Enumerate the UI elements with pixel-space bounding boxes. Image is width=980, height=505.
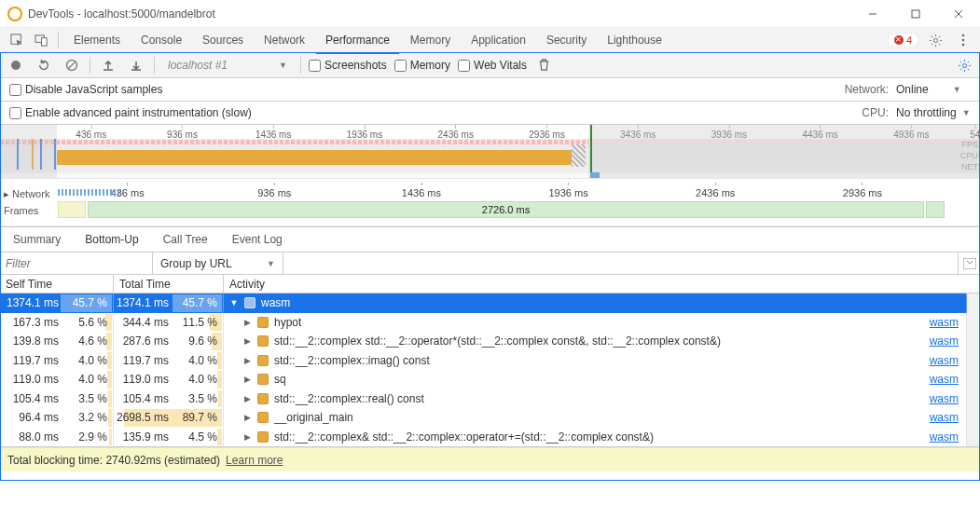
activity-name: std::__2::complex::imag() const [274, 354, 924, 367]
source-link[interactable]: wasm [930, 316, 966, 329]
tab-application[interactable]: Application [462, 28, 535, 52]
table-row[interactable]: 96.4 ms3.2 %2698.5 ms89.7 %▶__original_m… [0, 408, 967, 428]
inspect-icon[interactable] [6, 29, 28, 51]
subtab-event-log[interactable]: Event Log [227, 226, 288, 252]
overview-ruler: 436 ms936 ms1436 ms1936 ms2436 ms2936 ms… [0, 125, 980, 139]
svg-point-14 [962, 63, 966, 67]
disclosure-triangle-icon[interactable]: ▶ [242, 336, 252, 346]
settings-gear-icon[interactable] [924, 29, 946, 51]
table-row[interactable]: 119.0 ms4.0 %119.0 ms4.0 %▶sqwasm [0, 370, 967, 389]
disclosure-triangle-icon[interactable]: ▶ [242, 318, 252, 327]
disclosure-triangle-icon[interactable]: ▶ [242, 432, 252, 442]
col-self-time[interactable]: Self Time [0, 275, 114, 293]
subtab-call-tree[interactable]: Call Tree [158, 226, 214, 252]
overview-strip[interactable]: 436 ms936 ms1436 ms1936 ms2436 ms2936 ms… [0, 125, 980, 179]
capture-settings-gear-icon[interactable] [954, 55, 974, 75]
device-toggle-icon[interactable] [30, 29, 52, 51]
table-row[interactable]: 1374.1 ms45.7 %1374.1 ms45.7 %▼wasm [0, 293, 967, 313]
table-row[interactable]: 88.0 ms2.9 %135.9 ms4.5 %▶std::__2::comp… [0, 428, 967, 447]
svg-rect-1 [912, 10, 919, 18]
timeline-tick: 1936 ms [548, 183, 587, 198]
tab-console[interactable]: Console [131, 28, 191, 52]
tab-security[interactable]: Security [537, 28, 596, 52]
table-row[interactable]: 119.7 ms4.0 %119.7 ms4.0 %▶std::__2::com… [0, 351, 967, 371]
activity-name: sq [274, 373, 924, 386]
svg-point-9 [962, 39, 965, 42]
timeline-tick: 2936 ms [843, 183, 882, 198]
disclosure-triangle-icon[interactable]: ▶ [242, 394, 252, 403]
separator [58, 32, 59, 48]
col-total-time[interactable]: Total Time [114, 275, 224, 293]
network-lane-label[interactable]: ▸ Network [4, 188, 49, 200]
tab-lighthouse[interactable]: Lighthouse [598, 28, 671, 52]
overview-tick: 4936 ms [893, 125, 929, 140]
category-swatch-icon [257, 374, 269, 385]
network-throttle-select[interactable]: Online▼ [896, 83, 971, 96]
tab-sources[interactable]: Sources [193, 28, 253, 52]
memory-checkbox[interactable]: Memory [394, 59, 450, 72]
frame-block[interactable] [926, 201, 945, 218]
disclosure-triangle-icon[interactable]: ▶ [242, 375, 252, 384]
category-swatch-icon [257, 412, 269, 423]
filter-input[interactable] [0, 252, 153, 274]
error-badge[interactable]: ✕4 [888, 33, 918, 48]
frame-block-long[interactable]: 2726.0 ms [88, 201, 924, 218]
separator [300, 57, 301, 74]
timeline[interactable]: 436 ms936 ms1436 ms1936 ms2436 ms2936 ms… [0, 179, 980, 226]
category-swatch-icon [257, 355, 269, 366]
cpu-throttle-select[interactable]: No throttling▼ [896, 106, 971, 119]
table-body[interactable]: 1374.1 ms45.7 %1374.1 ms45.7 %▼wasm167.3… [0, 293, 980, 446]
network-mini-bars [58, 189, 119, 198]
disable-js-samples-checkbox[interactable]: Disable JavaScript samples [9, 83, 162, 96]
status-text: Total blocking time: 2740.92ms (estimate… [7, 454, 220, 467]
heaviest-stack-icon[interactable] [958, 252, 980, 274]
tab-network[interactable]: Network [255, 28, 314, 52]
subtab-summary[interactable]: Summary [7, 226, 66, 252]
load-profile-icon[interactable] [98, 55, 118, 75]
close-button[interactable] [937, 0, 980, 28]
group-by-select[interactable]: Group by URL▼ [153, 252, 283, 274]
frame-duration: 2726.0 ms [482, 204, 530, 215]
col-activity[interactable]: Activity [224, 275, 980, 293]
source-link[interactable]: wasm [930, 334, 966, 348]
table-row[interactable]: 105.4 ms3.5 %105.4 ms3.5 %▶std::__2::com… [0, 389, 967, 409]
overview-tick: 3436 ms [620, 125, 656, 140]
overview-tick: 4436 ms [802, 125, 837, 140]
minimize-button[interactable] [851, 0, 894, 28]
activity-name: std::__2::complex std::__2::operator*(st… [274, 334, 924, 348]
frame-block[interactable] [58, 201, 86, 218]
tab-elements[interactable]: Elements [64, 28, 130, 52]
save-profile-icon[interactable] [126, 55, 146, 75]
disclosure-triangle-icon[interactable]: ▼ [229, 298, 239, 307]
disclosure-triangle-icon[interactable]: ▶ [242, 356, 252, 365]
learn-more-link[interactable]: Learn more [226, 454, 283, 467]
advanced-paint-checkbox[interactable]: Enable advanced paint instrumentation (s… [9, 106, 252, 119]
screenshots-checkbox[interactable]: Screenshots [309, 59, 387, 72]
web-vitals-checkbox[interactable]: Web Vitals [458, 59, 527, 72]
category-swatch-icon [244, 297, 255, 308]
tab-performance[interactable]: Performance [316, 28, 399, 54]
disclosure-triangle-icon[interactable]: ▶ [242, 413, 252, 422]
source-link[interactable]: wasm [930, 392, 966, 405]
table-row[interactable]: 167.3 ms5.6 %344.4 ms11.5 %▶hypotwasm [0, 313, 967, 333]
table-row[interactable]: 139.8 ms4.6 %287.6 ms9.6 %▶std::__2::com… [0, 332, 967, 351]
frames-lane-label: Frames [4, 205, 38, 216]
more-vert-icon[interactable] [952, 29, 974, 51]
source-link[interactable]: wasm [930, 430, 966, 444]
overview-tick: 936 ms [167, 125, 198, 140]
category-swatch-icon [257, 317, 269, 328]
reload-icon[interactable] [34, 55, 54, 75]
tab-memory[interactable]: Memory [401, 28, 460, 52]
source-link[interactable]: wasm [930, 373, 966, 386]
separator [154, 57, 155, 74]
gc-trash-icon[interactable] [534, 55, 555, 75]
source-link[interactable]: wasm [930, 354, 966, 367]
activity-name: std::__2::complex::real() const [274, 392, 924, 405]
maximize-button[interactable] [894, 0, 937, 28]
record-icon[interactable] [6, 55, 26, 75]
performance-toolbar: localhost #1▼ Screenshots Memory Web Vit… [0, 53, 980, 78]
subtab-bottom-up[interactable]: Bottom-Up [79, 226, 144, 254]
clear-icon[interactable] [62, 55, 82, 75]
profile-select[interactable]: localhost #1▼ [162, 59, 293, 72]
source-link[interactable]: wasm [930, 411, 966, 424]
